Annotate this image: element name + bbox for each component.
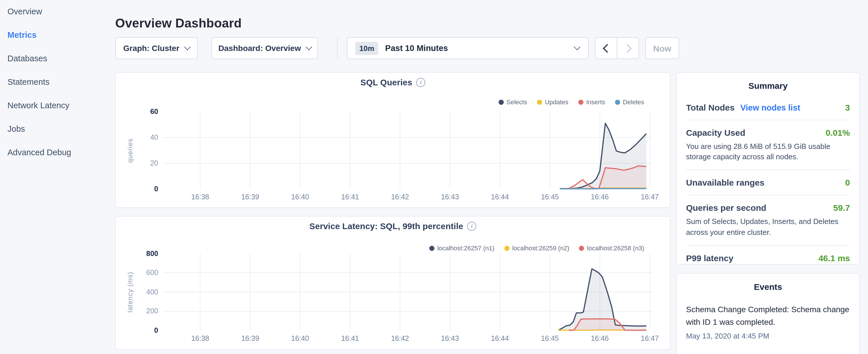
summary-row-value: 59.7 — [833, 203, 850, 213]
time-range-dropdown[interactable]: 10m Past 10 Minutes — [347, 37, 589, 59]
chevron-left-icon — [602, 43, 611, 53]
y-axis-label: queries — [126, 138, 134, 163]
chart-canvas[interactable] — [116, 73, 670, 207]
y-tick-label: 0 — [127, 326, 158, 334]
chevron-right-icon — [622, 43, 631, 53]
summary-panel: Summary Total NodesView nodes list3Capac… — [676, 72, 860, 265]
sidebar-item-advanced-debug[interactable]: Advanced Debug — [7, 148, 71, 157]
summary-row-value: 0 — [845, 178, 850, 188]
event-item[interactable]: Schema Change Completed: Schema change w… — [686, 303, 850, 340]
x-tick-label: 16:38 — [191, 193, 209, 201]
chevron-down-icon — [306, 44, 312, 51]
x-tick-label: 16:47 — [641, 193, 659, 201]
x-tick-label: 16:41 — [341, 334, 359, 343]
sidebar-item-overview[interactable]: Overview — [7, 7, 42, 16]
x-tick-label: 16:39 — [241, 334, 259, 343]
summary-row-line: Unavailable ranges0 — [686, 178, 850, 188]
summary-row-label: Unavailable ranges — [686, 178, 764, 188]
x-tick-label: 16:43 — [441, 334, 459, 343]
summary-row-label: Queries per second — [686, 203, 766, 213]
events-panel: Events Schema Change Completed: Schema c… — [676, 273, 860, 354]
x-tick-label: 16:47 — [641, 334, 659, 343]
x-tick-label: 16:45 — [541, 193, 559, 201]
summary-row: Queries per second59.7Sum of Selects, Up… — [686, 195, 850, 245]
summary-row-line: Queries per second59.7 — [686, 203, 850, 213]
event-text: Schema Change Completed: Schema change w… — [686, 303, 850, 329]
summary-row-line: Total NodesView nodes list3 — [686, 102, 850, 112]
summary-row-label: P99 latency — [686, 253, 733, 263]
summary-row-value: 0.01% — [826, 128, 850, 137]
x-tick-label: 16:40 — [291, 193, 309, 201]
x-tick-label: 16:43 — [441, 193, 459, 201]
app-root: OverviewMetricsDatabasesStatementsNetwor… — [0, 0, 868, 354]
summary-row-value: 46.1 ms — [818, 253, 850, 263]
graph-dropdown-label: Graph: Cluster — [123, 43, 179, 53]
sidebar-item-databases[interactable]: Databases — [7, 54, 47, 63]
summary-row: Unavailable ranges0 — [686, 170, 850, 195]
summary-rows: Total NodesView nodes list3Capacity Used… — [677, 91, 859, 270]
summary-row: Total NodesView nodes list3 — [686, 95, 850, 120]
sidebar-item-statements[interactable]: Statements — [7, 77, 50, 87]
y-tick-label: 0 — [127, 185, 158, 193]
summary-row: Capacity Used0.01%You are using 28.6 MiB… — [686, 120, 850, 170]
x-tick-label: 16:45 — [541, 334, 559, 343]
x-tick-label: 16:39 — [241, 193, 259, 201]
x-tick-label: 16:40 — [291, 334, 309, 343]
x-tick-label: 16:42 — [391, 193, 409, 201]
toolbar-divider — [337, 38, 338, 58]
y-tick-label: 800 — [127, 250, 158, 257]
events-list: Schema Change Completed: Schema change w… — [677, 292, 859, 340]
dashboard-dropdown-label: Dashboard: Overview — [218, 43, 301, 53]
summary-row-label: Total Nodes — [686, 102, 735, 112]
time-range-badge: 10m — [355, 41, 378, 55]
x-tick-label: 16:41 — [341, 193, 359, 201]
x-tick-label: 16:38 — [191, 334, 209, 343]
y-tick-label: 60 — [127, 108, 158, 116]
summary-title: Summary — [677, 73, 859, 91]
time-next-button[interactable] — [617, 37, 639, 59]
chart-canvas[interactable] — [116, 217, 670, 349]
chevron-down-icon — [184, 44, 191, 51]
sidebar-nav: OverviewMetricsDatabasesStatementsNetwor… — [0, 0, 115, 354]
time-prev-button[interactable] — [595, 37, 617, 59]
events-title: Events — [677, 274, 859, 292]
x-tick-label: 16:44 — [491, 334, 509, 343]
sidebar-item-metrics[interactable]: Metrics — [7, 30, 37, 39]
x-tick-label: 16:46 — [591, 193, 609, 201]
event-timestamp: May 13, 2020 at 4:45 PM — [686, 332, 850, 340]
summary-row-line: P99 latency46.1 ms — [686, 253, 850, 263]
chevron-down-icon — [574, 44, 581, 51]
now-button[interactable]: Now — [645, 37, 679, 59]
sql-queries-chart-card: SQL Queries i SelectsUpdatesInsertsDelet… — [115, 72, 671, 208]
y-axis-label: latency (ms) — [126, 271, 134, 313]
x-tick-label: 16:42 — [391, 334, 409, 343]
view-nodes-list-link[interactable]: View nodes list — [740, 103, 800, 112]
summary-row-subtext: You are using 28.6 MiB of 515.9 GiB usab… — [686, 141, 850, 162]
summary-row-value: 3 — [845, 102, 850, 112]
summary-row-subtext: Sum of Selects, Updates, Inserts, and De… — [686, 217, 850, 238]
page-title: Overview Dashboard — [115, 16, 242, 31]
sidebar-item-network-latency[interactable]: Network Latency — [7, 101, 69, 110]
sidebar-item-jobs[interactable]: Jobs — [7, 124, 25, 133]
x-tick-label: 16:44 — [491, 193, 509, 201]
summary-row-label: Capacity Used — [686, 128, 745, 137]
graph-dropdown[interactable]: Graph: Cluster — [115, 37, 198, 59]
dashboard-dropdown[interactable]: Dashboard: Overview — [212, 37, 318, 59]
service-latency-chart-card: Service Latency: SQL, 99th percentile i … — [115, 216, 671, 350]
time-range-label: Past 10 Minutes — [385, 43, 448, 53]
summary-row-line: Capacity Used0.01% — [686, 128, 850, 137]
summary-row: P99 latency46.1 ms — [686, 245, 850, 270]
x-tick-label: 16:46 — [591, 334, 609, 343]
